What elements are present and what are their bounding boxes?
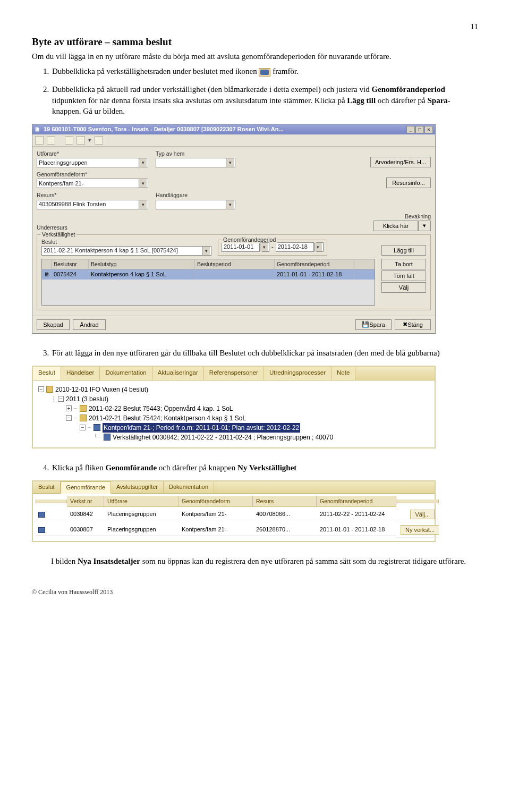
tab-utredningsprocesser[interactable]: Utredningsprocesser (264, 367, 332, 380)
ta-bort-button[interactable]: Ta bort (381, 259, 426, 269)
arvodering-button[interactable]: Arvodering/Ers. H... (370, 157, 431, 167)
stang-label: Stäng (407, 322, 423, 328)
tree-root[interactable]: − 2010-12-01 IFO Vuxen (4 beslut) (38, 385, 429, 394)
period-to-picker[interactable] (316, 242, 324, 252)
spara-button[interactable]: 💾 Spara (355, 319, 392, 330)
screenshot-grid: Beslut Genomförande Avslutsuppgifter Dok… (32, 480, 478, 542)
period-separator: - (271, 243, 274, 251)
klicka-har-button[interactable]: Klicka här (373, 221, 418, 231)
list-row-selected[interactable]: 🗎 0075424 Kontaktperson 4 kap § 1 SoL 20… (42, 269, 375, 280)
step-1-text-b: framför. (273, 67, 299, 75)
gc-res-1: 260128870... (253, 524, 317, 536)
period-to-value: 2011-02-18 (278, 243, 308, 251)
genomforandeform-combo[interactable]: Kontpers/fam 21- (37, 179, 148, 188)
tab3-dokumentation[interactable]: Dokumentation (164, 481, 214, 493)
page-footer: © Cecilia von Hausswolff 2013 (32, 588, 478, 596)
tree-line4: Verkställighet 0030842; 2011-02-22 - 201… (113, 433, 333, 442)
mail-icon[interactable] (95, 136, 103, 145)
people-icon (259, 68, 270, 77)
expander-icon[interactable]: + (66, 405, 72, 411)
step-2g: knappen. Gå ur bilden. (52, 107, 125, 115)
window-titlebar: 🗎 19 600101-T000 Sventon, Tora - Insats … (32, 124, 435, 134)
expander-icon[interactable]: − (38, 386, 44, 392)
tab-beslut[interactable]: Beslut (33, 367, 61, 380)
new-icon[interactable] (35, 136, 44, 145)
handlaggare-combo[interactable] (156, 200, 235, 209)
tab-note[interactable]: Note (332, 367, 355, 380)
beslut-value: 2011-02-21 Kontaktperson 4 kap § 1 SoL [… (44, 247, 178, 255)
period-to-input[interactable]: 2011-02-18 (276, 242, 314, 252)
delete-icon[interactable] (47, 136, 55, 145)
copy-icon[interactable] (65, 136, 73, 145)
row-icon (38, 527, 45, 533)
window-title: 19 600101-T000 Sventon, Tora - Insats - … (44, 125, 284, 133)
tree-item[interactable]: └┄ Verkställighet 0030842; 2011-02-22 - … (38, 433, 429, 442)
tab-dokumentation[interactable]: Dokumentation (100, 367, 152, 380)
tab3-beslut[interactable]: Beslut (33, 481, 61, 493)
tree-line1: 2011-02-22 Beslut 75443; Öppenvård 4 kap… (89, 404, 233, 413)
expander-icon[interactable]: − (66, 415, 72, 421)
resurs-value: 4030509988 Flink Torsten (39, 200, 106, 208)
gc-nr-0: 0030842 (67, 509, 104, 520)
step-1: Dubbelklicka på verkställighetsraden und… (51, 66, 478, 77)
gh-genomforandeform: Genomförandeform (178, 496, 253, 507)
skapad-button[interactable]: Skapad (37, 319, 70, 330)
period-from-input[interactable]: 2011-01-01 (222, 242, 260, 252)
andrad-button[interactable]: Ändrad (73, 319, 106, 330)
resurs-combo[interactable]: 4030509988 Flink Torsten (37, 200, 148, 209)
gc-per-0: 2011-02-22 - 2011-02-24 (317, 509, 396, 520)
expander-icon[interactable]: − (80, 425, 86, 430)
beslut-combo[interactable]: 2011-02-21 Kontaktperson 4 kap § 1 SoL [… (41, 246, 211, 256)
tab3-avslutsuppgifter[interactable]: Avslutsuppgifter (111, 481, 164, 493)
typ-av-hem-combo[interactable] (156, 158, 235, 167)
header-beslutsnr: Beslutsnr (52, 259, 89, 269)
tree-item[interactable]: − ┄ 2011-02-21 Beslut 75424; Kontaktpers… (38, 413, 429, 423)
cell-beslutsnr: 0075424 (52, 269, 89, 280)
gc-res-0: 400708066... (253, 509, 317, 520)
genomforandeform-label: Genomförandeform* (37, 171, 148, 178)
tom-falt-button[interactable]: Töm fält (381, 270, 426, 281)
bevakning-dropdown-button[interactable]: ▾ (418, 221, 431, 231)
tab-handelser[interactable]: Händelser (61, 367, 100, 380)
utforare-combo[interactable]: Placeringsgruppen (37, 158, 148, 167)
stang-button[interactable]: ✖ Stäng (395, 319, 431, 330)
step-4a: Klicka på fliken (52, 463, 105, 472)
gc-form-1: Kontpers/fam 21- (178, 524, 253, 536)
intro-paragraph: Om du vill lägga in en ny utförare måste… (32, 51, 478, 62)
document-icon (80, 415, 87, 421)
screenshot-tree: Beslut Händelser Dokumentation Aktualise… (32, 366, 478, 449)
ny-verkst-button[interactable]: Ny verkst... (401, 525, 439, 535)
lagg-till-button[interactable]: Lägg till (381, 245, 426, 256)
expander-icon[interactable]: − (58, 396, 64, 402)
tab-aktualiseringar[interactable]: Aktualiseringar (152, 367, 204, 380)
minimize-button[interactable]: _ (406, 126, 415, 133)
step-2: Dubbelklicka på aktuell rad under verkst… (51, 84, 478, 116)
underresurs-label: Underresurs (37, 224, 148, 231)
maximize-button[interactable]: □ (415, 126, 424, 133)
tab-referenspersoner[interactable]: Referenspersoner (204, 367, 264, 380)
tab3-genomforande[interactable]: Genomförande (61, 481, 111, 494)
tree-item[interactable]: + ┄ 2011-02-22 Beslut 75443; Öppenvård 4… (38, 404, 429, 413)
step-2a: Dubbelklicka på aktuell rad under verkst… (52, 85, 371, 94)
typ-av-hem-label: Typ av hem (156, 150, 235, 157)
period-from-value: 2011-01-01 (224, 243, 253, 251)
verkstalllighet-list[interactable]: Beslutsnr Beslutstyp Beslutsperiod Genom… (41, 259, 375, 306)
doc-heading: Byte av utförare – samma beslut (32, 35, 478, 49)
resursinfo-button[interactable]: Resursinfo... (386, 177, 431, 188)
book-icon[interactable] (76, 136, 85, 145)
close-button[interactable]: × (424, 126, 433, 133)
gh-genomforandeperiod: Genomförandeperiod (317, 496, 396, 507)
tree-item-selected[interactable]: − ┄ Kontper/kfam 21-; Period fr.o.m: 201… (38, 423, 429, 433)
utforare-label: Utförare* (37, 150, 148, 157)
valj-row-button[interactable]: Välj... (410, 510, 435, 519)
closing-a: I bilden (51, 557, 78, 565)
tree-root-label: 2010-12-01 IFO Vuxen (4 beslut) (55, 385, 148, 394)
cell-beslutstyp: Kontaktperson 4 kap § 1 SoL (89, 269, 195, 280)
valj-button[interactable]: Välj (381, 282, 426, 293)
period-from-picker[interactable] (262, 242, 269, 252)
step-4: Klicka på fliken Genomförande och däreft… (51, 462, 478, 473)
gc-utf-1: Placeringsgruppen (104, 524, 178, 536)
tree-year[interactable]: ┊ − 2011 (3 beslut) (38, 394, 429, 404)
stack-icon (46, 386, 53, 393)
spara-label: Spara (369, 322, 385, 328)
